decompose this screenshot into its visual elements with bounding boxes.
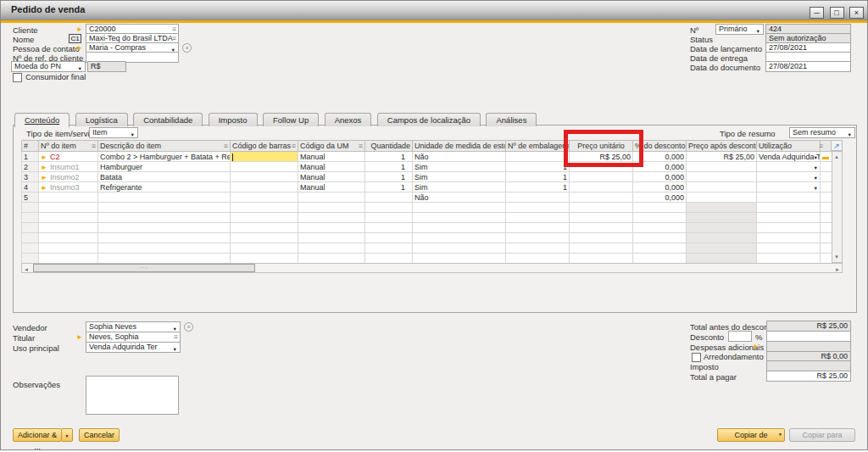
empty-cell[interactable]: [365, 203, 413, 213]
estoque-cell[interactable]: Sim: [413, 172, 506, 182]
empty-cell[interactable]: [757, 213, 821, 223]
embalagens-cell[interactable]: 1: [506, 182, 570, 193]
item-desc-cell[interactable]: Refrigerante: [98, 182, 231, 193]
embalagens-cell[interactable]: 1: [506, 162, 570, 172]
item-desc-cell[interactable]: Batata: [98, 172, 231, 182]
col-header-desc[interactable]: ≡Descrição do item: [98, 141, 231, 152]
empty-cell[interactable]: [298, 223, 365, 233]
chevron-down-icon[interactable]: ▼: [848, 131, 852, 138]
empty-cell[interactable]: [298, 213, 365, 223]
um-cell[interactable]: [298, 193, 365, 203]
item-code-cell[interactable]: [39, 193, 98, 203]
qty-cell[interactable]: [365, 193, 413, 203]
chevron-down-icon[interactable]: ▼: [131, 131, 135, 138]
qty-cell[interactable]: 1: [365, 172, 413, 182]
empty-cell[interactable]: [298, 254, 365, 264]
empty-cell[interactable]: [365, 213, 413, 223]
desconto-cell[interactable]: 0,000: [633, 152, 687, 162]
barcode-cell[interactable]: [231, 172, 298, 182]
minimize-icon[interactable]: ─: [810, 7, 824, 19]
choose-list-icon[interactable]: ≡: [174, 332, 178, 342]
empty-cell[interactable]: [757, 243, 821, 254]
tab-anexos[interactable]: Anexos: [325, 113, 372, 126]
empty-cell[interactable]: [506, 223, 570, 233]
empty-cell[interactable]: [570, 243, 633, 254]
moeda-dropdown[interactable]: Moeda do PN▼: [11, 61, 86, 72]
desconto-pct-input[interactable]: [728, 331, 752, 342]
copiar-para-button[interactable]: Copiar para: [789, 428, 855, 442]
empty-cell[interactable]: [506, 243, 570, 254]
link-arrow-icon[interactable]: ►: [41, 153, 47, 161]
empty-cell[interactable]: [570, 213, 633, 223]
apos-desconto-cell[interactable]: [687, 162, 757, 172]
preco-cell[interactable]: [570, 172, 633, 182]
col-header-um[interactable]: ≡Código da UM: [298, 141, 365, 152]
empty-cell[interactable]: [39, 213, 98, 223]
preco-cell[interactable]: R$ 25,00: [570, 152, 633, 162]
row-number[interactable]: 4: [22, 182, 39, 193]
preco-cell[interactable]: [570, 193, 633, 203]
utilizacao-cell[interactable]: ▼Venda Adquirida Ter: [757, 152, 821, 162]
empty-cell[interactable]: [98, 203, 231, 213]
empty-cell[interactable]: [39, 233, 98, 243]
empty-cell[interactable]: [633, 254, 687, 264]
empty-cell[interactable]: [413, 223, 506, 233]
empty-cell[interactable]: [506, 203, 570, 213]
col-header-utilizacao[interactable]: Utilização: [757, 141, 821, 152]
empty-cell[interactable]: [98, 213, 231, 223]
empty-cell[interactable]: [231, 203, 298, 213]
item-desc-cell[interactable]: Hamburguer: [98, 162, 231, 172]
arredondamento-checkbox[interactable]: [692, 353, 701, 362]
item-code-cell[interactable]: ►Insumo3: [39, 182, 98, 193]
qty-cell[interactable]: 1: [365, 152, 413, 162]
um-cell[interactable]: Manual: [298, 172, 365, 182]
tab-logistica[interactable]: Logística: [75, 113, 128, 126]
scroll-down-icon[interactable]: ▼: [834, 253, 839, 261]
close-icon[interactable]: ×: [849, 7, 864, 19]
row-number[interactable]: 3: [22, 172, 39, 182]
empty-cell[interactable]: [365, 254, 413, 264]
scroll-left-icon[interactable]: ◄: [24, 265, 29, 274]
utilizacao-cell[interactable]: ▼: [757, 172, 821, 182]
desconto-cell[interactable]: 0,000: [633, 172, 687, 182]
apos-desconto-cell[interactable]: R$ 25,00: [687, 152, 757, 162]
define-new-icon[interactable]: ≡: [182, 43, 192, 53]
apos-desconto-cell[interactable]: [687, 193, 757, 203]
um-cell[interactable]: Manual: [298, 152, 365, 162]
empty-cell[interactable]: [757, 223, 821, 233]
cancelar-button[interactable]: Cancelar: [79, 428, 120, 442]
empty-cell[interactable]: [570, 233, 633, 243]
col-header-barras[interactable]: ≡Código de barras: [231, 141, 298, 152]
col-header-preco[interactable]: Preço unitário: [570, 141, 633, 152]
desconto-cell[interactable]: 0,000: [633, 193, 687, 203]
preco-cell[interactable]: [570, 162, 633, 172]
empty-cell[interactable]: [298, 233, 365, 243]
empty-cell[interactable]: [39, 203, 98, 213]
col-header-qtd[interactable]: Quantidade: [365, 141, 413, 152]
empty-cell[interactable]: [98, 223, 231, 233]
chevron-down-icon[interactable]: ▼: [814, 186, 818, 191]
apos-desconto-cell[interactable]: [687, 172, 757, 182]
tab-contabilidade[interactable]: Contabilidade: [133, 113, 203, 126]
cliente-link-arrow-icon[interactable]: ►: [76, 25, 83, 33]
titular-link-arrow-icon[interactable]: ►: [76, 333, 83, 341]
row-number[interactable]: [22, 203, 39, 213]
empty-cell[interactable]: [365, 223, 413, 233]
col-header-apos-desconto[interactable]: Preço após desconto: [687, 141, 757, 152]
define-new-icon[interactable]: ≡: [184, 322, 193, 332]
tab-conteudo[interactable]: Conteúdo: [14, 113, 70, 127]
col-header-estoque[interactable]: Unidade de medida de estoque: [413, 141, 506, 152]
empty-cell[interactable]: [231, 213, 298, 223]
adicionar-button[interactable]: Adicionar & ...: [13, 428, 62, 442]
empty-cell[interactable]: [39, 243, 98, 254]
um-cell[interactable]: Manual: [298, 162, 365, 172]
utilizacao-cell[interactable]: ▼: [757, 162, 821, 172]
empty-cell[interactable]: [231, 223, 298, 233]
link-arrow-icon[interactable]: ►: [41, 184, 47, 192]
empty-cell[interactable]: [39, 223, 98, 233]
empty-cell[interactable]: [506, 213, 570, 223]
embalagens-cell[interactable]: 1: [506, 172, 570, 182]
empty-cell[interactable]: [633, 203, 687, 213]
empty-cell[interactable]: [231, 233, 298, 243]
chevron-down-icon[interactable]: ▼: [814, 165, 818, 170]
